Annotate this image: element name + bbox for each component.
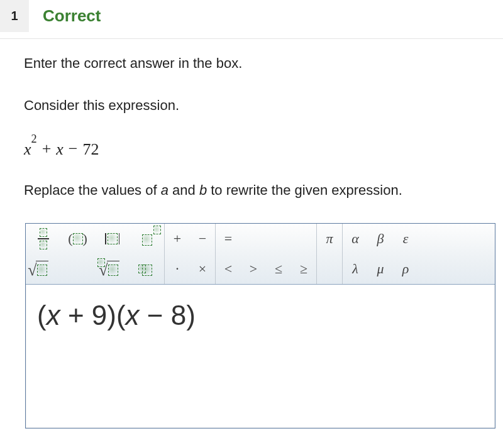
given-expression: x2+x−72: [24, 138, 497, 159]
question-header: 1 Correct: [0, 0, 503, 39]
lambda-button[interactable]: λ: [343, 254, 368, 284]
alpha-button[interactable]: α: [343, 224, 368, 254]
pi-button[interactable]: π: [317, 224, 342, 254]
square-root-button[interactable]: √: [26, 254, 60, 284]
nth-root-button[interactable]: √: [95, 254, 130, 284]
greater-than-button[interactable]: >: [241, 254, 266, 284]
mu-button[interactable]: μ: [368, 254, 393, 284]
fraction-button[interactable]: [26, 224, 60, 254]
answer-status: Correct: [43, 6, 101, 26]
beta-button[interactable]: β: [368, 224, 393, 254]
parentheses-button[interactable]: (): [60, 224, 95, 254]
answer-input[interactable]: (x + 9)(x − 8): [26, 285, 495, 428]
less-equal-button[interactable]: ≤: [266, 254, 291, 284]
exponent-button[interactable]: [130, 224, 164, 254]
replace-instruction: Replace the values of a and b to rewrite…: [24, 181, 497, 200]
minus-button[interactable]: −: [190, 224, 215, 254]
prompt-text: Enter the correct answer in the box.: [24, 54, 497, 74]
equation-editor: () √: [25, 223, 495, 429]
consider-text: Consider this expression.: [24, 96, 497, 116]
epsilon-button[interactable]: ε: [393, 224, 418, 254]
less-than-button[interactable]: <: [216, 254, 241, 284]
plus-button[interactable]: +: [165, 224, 190, 254]
question-body: Enter the correct answer in the box. Con…: [0, 39, 503, 429]
times-button[interactable]: ×: [190, 254, 215, 284]
equals-button[interactable]: =: [216, 224, 241, 254]
dot-button[interactable]: ·: [165, 254, 190, 284]
subscript-button[interactable]: [130, 254, 164, 284]
greater-equal-button[interactable]: ≥: [291, 254, 316, 284]
absolute-value-button[interactable]: [95, 224, 130, 254]
editor-toolbar: () √: [26, 224, 495, 285]
rho-button[interactable]: ρ: [393, 254, 418, 284]
question-card: 1 Correct Enter the correct answer in th…: [0, 0, 503, 429]
question-number: 1: [0, 0, 29, 32]
